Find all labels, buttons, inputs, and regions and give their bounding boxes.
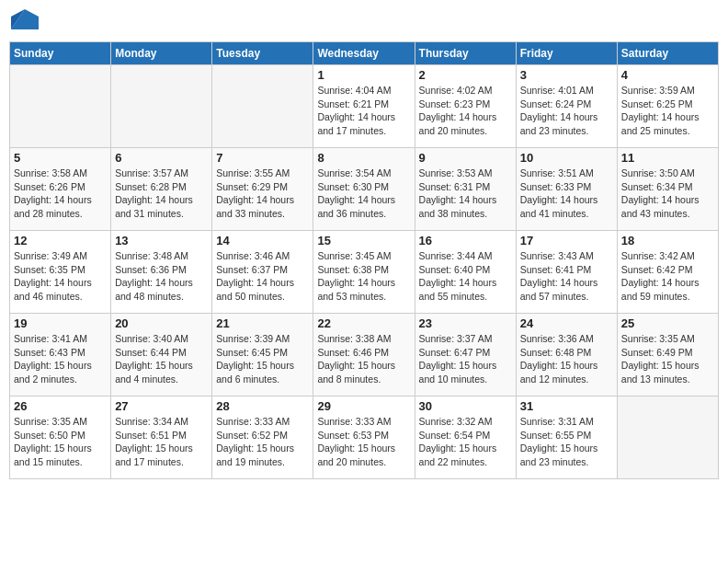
logo-icon <box>11 9 39 29</box>
day-number: 16 <box>419 234 512 247</box>
calendar-cell <box>617 396 718 479</box>
day-number: 31 <box>520 399 613 413</box>
day-number: 10 <box>520 151 613 165</box>
day-info: Sunrise: 3:33 AM Sunset: 6:53 PM Dayligh… <box>317 415 410 469</box>
day-number: 19 <box>14 316 107 330</box>
day-info: Sunrise: 3:48 AM Sunset: 6:36 PM Dayligh… <box>115 249 208 304</box>
day-info: Sunrise: 3:41 AM Sunset: 6:43 PM Dayligh… <box>14 332 107 386</box>
calendar-week-row: 12Sunrise: 3:49 AM Sunset: 6:35 PM Dayli… <box>10 231 719 314</box>
column-header-sunday: Sunday <box>10 42 111 65</box>
calendar-week-row: 1Sunrise: 4:04 AM Sunset: 6:21 PM Daylig… <box>10 65 719 148</box>
day-info: Sunrise: 3:46 AM Sunset: 6:37 PM Dayligh… <box>216 249 309 304</box>
calendar-cell: 2Sunrise: 4:02 AM Sunset: 6:23 PM Daylig… <box>415 65 516 148</box>
day-number: 24 <box>520 316 613 330</box>
calendar-cell: 11Sunrise: 3:50 AM Sunset: 6:34 PM Dayli… <box>617 148 718 231</box>
calendar-cell: 10Sunrise: 3:51 AM Sunset: 6:33 PM Dayli… <box>516 148 617 231</box>
calendar-cell: 27Sunrise: 3:34 AM Sunset: 6:51 PM Dayli… <box>111 396 212 479</box>
calendar-cell: 18Sunrise: 3:42 AM Sunset: 6:42 PM Dayli… <box>617 231 718 314</box>
calendar-cell <box>212 65 313 148</box>
day-info: Sunrise: 3:38 AM Sunset: 6:46 PM Dayligh… <box>317 332 410 386</box>
calendar-cell: 5Sunrise: 3:58 AM Sunset: 6:26 PM Daylig… <box>10 148 111 231</box>
day-info: Sunrise: 3:35 AM Sunset: 6:49 PM Dayligh… <box>621 332 714 386</box>
day-info: Sunrise: 3:33 AM Sunset: 6:52 PM Dayligh… <box>216 415 309 469</box>
day-info: Sunrise: 3:54 AM Sunset: 6:30 PM Dayligh… <box>317 167 410 221</box>
calendar-cell: 19Sunrise: 3:41 AM Sunset: 6:43 PM Dayli… <box>10 314 111 396</box>
calendar-cell: 6Sunrise: 3:57 AM Sunset: 6:28 PM Daylig… <box>111 148 212 231</box>
day-number: 5 <box>14 151 107 165</box>
calendar-cell: 9Sunrise: 3:53 AM Sunset: 6:31 PM Daylig… <box>415 148 516 231</box>
calendar-cell: 15Sunrise: 3:45 AM Sunset: 6:38 PM Dayli… <box>313 231 415 314</box>
column-header-wednesday: Wednesday <box>313 42 415 65</box>
day-info: Sunrise: 3:49 AM Sunset: 6:35 PM Dayligh… <box>14 249 107 304</box>
day-info: Sunrise: 3:58 AM Sunset: 6:26 PM Dayligh… <box>14 167 107 221</box>
day-number: 20 <box>115 316 208 330</box>
calendar-cell: 21Sunrise: 3:39 AM Sunset: 6:45 PM Dayli… <box>212 314 313 396</box>
calendar-header-row: SundayMondayTuesdayWednesdayThursdayFrid… <box>10 42 719 65</box>
day-info: Sunrise: 3:59 AM Sunset: 6:25 PM Dayligh… <box>621 84 714 138</box>
day-number: 1 <box>317 68 410 82</box>
column-header-friday: Friday <box>516 42 617 65</box>
calendar-cell: 17Sunrise: 3:43 AM Sunset: 6:41 PM Dayli… <box>516 231 617 314</box>
calendar-cell: 22Sunrise: 3:38 AM Sunset: 6:46 PM Dayli… <box>313 314 415 396</box>
calendar-cell: 12Sunrise: 3:49 AM Sunset: 6:35 PM Dayli… <box>10 231 111 314</box>
day-number: 6 <box>115 151 208 165</box>
day-info: Sunrise: 3:43 AM Sunset: 6:41 PM Dayligh… <box>520 249 613 304</box>
day-info: Sunrise: 3:36 AM Sunset: 6:48 PM Dayligh… <box>520 332 613 386</box>
day-number: 4 <box>621 68 714 82</box>
day-info: Sunrise: 3:45 AM Sunset: 6:38 PM Dayligh… <box>317 249 410 304</box>
day-number: 18 <box>621 234 714 247</box>
day-number: 30 <box>419 399 512 413</box>
day-number: 25 <box>621 316 714 330</box>
calendar-cell: 14Sunrise: 3:46 AM Sunset: 6:37 PM Dayli… <box>212 231 313 314</box>
calendar-cell: 3Sunrise: 4:01 AM Sunset: 6:24 PM Daylig… <box>516 65 617 148</box>
day-number: 14 <box>216 234 309 247</box>
day-number: 21 <box>216 316 309 330</box>
day-info: Sunrise: 3:39 AM Sunset: 6:45 PM Dayligh… <box>216 332 309 386</box>
day-number: 15 <box>317 234 410 247</box>
calendar-cell: 31Sunrise: 3:31 AM Sunset: 6:55 PM Dayli… <box>516 396 617 479</box>
calendar-cell: 8Sunrise: 3:54 AM Sunset: 6:30 PM Daylig… <box>313 148 415 231</box>
day-number: 9 <box>419 151 512 165</box>
calendar-cell: 13Sunrise: 3:48 AM Sunset: 6:36 PM Dayli… <box>111 231 212 314</box>
day-number: 17 <box>520 234 613 247</box>
calendar-week-row: 5Sunrise: 3:58 AM Sunset: 6:26 PM Daylig… <box>10 148 719 231</box>
day-info: Sunrise: 4:04 AM Sunset: 6:21 PM Dayligh… <box>317 84 410 138</box>
day-info: Sunrise: 3:51 AM Sunset: 6:33 PM Dayligh… <box>520 167 613 221</box>
calendar-cell: 16Sunrise: 3:44 AM Sunset: 6:40 PM Dayli… <box>415 231 516 314</box>
day-info: Sunrise: 3:50 AM Sunset: 6:34 PM Dayligh… <box>621 167 714 221</box>
calendar-cell: 25Sunrise: 3:35 AM Sunset: 6:49 PM Dayli… <box>617 314 718 396</box>
day-info: Sunrise: 3:32 AM Sunset: 6:54 PM Dayligh… <box>419 415 512 469</box>
day-info: Sunrise: 3:57 AM Sunset: 6:28 PM Dayligh… <box>115 167 208 221</box>
calendar-cell: 28Sunrise: 3:33 AM Sunset: 6:52 PM Dayli… <box>212 396 313 479</box>
day-info: Sunrise: 3:42 AM Sunset: 6:42 PM Dayligh… <box>621 249 714 304</box>
calendar-cell: 23Sunrise: 3:37 AM Sunset: 6:47 PM Dayli… <box>415 314 516 396</box>
day-number: 29 <box>317 399 410 413</box>
calendar-cell <box>111 65 212 148</box>
column-header-monday: Monday <box>111 42 212 65</box>
day-number: 11 <box>621 151 714 165</box>
calendar-cell: 29Sunrise: 3:33 AM Sunset: 6:53 PM Dayli… <box>313 396 415 479</box>
day-info: Sunrise: 3:55 AM Sunset: 6:29 PM Dayligh… <box>216 167 309 221</box>
calendar-cell: 26Sunrise: 3:35 AM Sunset: 6:50 PM Dayli… <box>10 396 111 479</box>
calendar-table: SundayMondayTuesdayWednesdayThursdayFrid… <box>9 41 719 479</box>
calendar-cell: 30Sunrise: 3:32 AM Sunset: 6:54 PM Dayli… <box>415 396 516 479</box>
calendar-cell: 4Sunrise: 3:59 AM Sunset: 6:25 PM Daylig… <box>617 65 718 148</box>
day-number: 7 <box>216 151 309 165</box>
day-info: Sunrise: 3:34 AM Sunset: 6:51 PM Dayligh… <box>115 415 208 469</box>
day-number: 3 <box>520 68 613 82</box>
calendar-cell: 7Sunrise: 3:55 AM Sunset: 6:29 PM Daylig… <box>212 148 313 231</box>
calendar-cell: 1Sunrise: 4:04 AM Sunset: 6:21 PM Daylig… <box>313 65 415 148</box>
day-number: 12 <box>14 234 107 247</box>
day-info: Sunrise: 3:40 AM Sunset: 6:44 PM Dayligh… <box>115 332 208 386</box>
logo <box>9 9 39 34</box>
calendar-week-row: 19Sunrise: 3:41 AM Sunset: 6:43 PM Dayli… <box>10 314 719 396</box>
column-header-thursday: Thursday <box>415 42 516 65</box>
day-number: 26 <box>14 399 107 413</box>
day-info: Sunrise: 3:37 AM Sunset: 6:47 PM Dayligh… <box>419 332 512 386</box>
day-number: 23 <box>419 316 512 330</box>
day-info: Sunrise: 4:01 AM Sunset: 6:24 PM Dayligh… <box>520 84 613 138</box>
day-number: 13 <box>115 234 208 247</box>
calendar-cell: 20Sunrise: 3:40 AM Sunset: 6:44 PM Dayli… <box>111 314 212 396</box>
day-number: 28 <box>216 399 309 413</box>
column-header-tuesday: Tuesday <box>212 42 313 65</box>
